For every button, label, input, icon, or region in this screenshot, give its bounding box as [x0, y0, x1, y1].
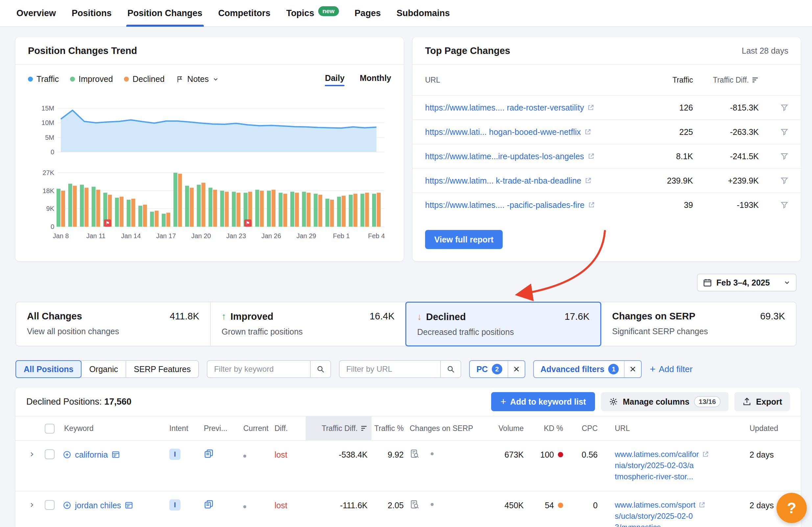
previous-serp-icon[interactable]	[204, 499, 214, 509]
tab-topics[interactable]: Topics new	[278, 0, 347, 26]
trend-card-title: Position Changes Trend	[28, 45, 137, 56]
svg-text:18K: 18K	[42, 187, 54, 195]
result-url-link[interactable]: www.latimes.com/califor nia/story/2025-0…	[601, 449, 750, 482]
pc-chip-close[interactable]	[508, 361, 525, 377]
url-search-button[interactable]	[440, 361, 461, 377]
filter-funnel-icon[interactable]	[759, 201, 788, 209]
date-range-picker[interactable]: Feb 3–4, 2025	[697, 274, 797, 291]
url-filter-input[interactable]	[339, 365, 440, 374]
serp-changes-icon[interactable]	[410, 449, 420, 459]
tab-monthly[interactable]: Monthly	[360, 73, 391, 85]
notes-dropdown[interactable]: Notes	[176, 74, 219, 84]
volume-value: 673K	[482, 449, 528, 460]
filter-funnel-icon[interactable]	[759, 128, 788, 136]
svg-text:Jan 8: Jan 8	[53, 232, 69, 240]
col-cpc[interactable]: CPC	[567, 424, 601, 433]
view-full-report-button[interactable]: View full report	[425, 230, 503, 249]
advanced-filters-label[interactable]: Advanced filters 1	[534, 364, 624, 374]
current-position-dot	[243, 505, 246, 508]
col-current[interactable]: Current	[243, 424, 275, 433]
legend-declined[interactable]: Declined	[124, 74, 164, 84]
filter-funnel-icon[interactable]	[759, 177, 788, 185]
tab-overview[interactable]: Overview	[9, 0, 64, 26]
col-traffic-pct[interactable]: Traffic %	[372, 424, 408, 433]
page-url-link[interactable]: https://www.latim... k-trade-at-nba-dead…	[425, 176, 644, 186]
tab-positions[interactable]: Positions	[64, 0, 120, 26]
expand-row-icon[interactable]	[22, 499, 42, 509]
manage-columns-button[interactable]: Manage columns 13/16	[601, 392, 728, 411]
tab-topics-label: Topics	[286, 8, 314, 18]
top-navigation: Overview Positions Position Changes Comp…	[0, 0, 812, 27]
filter-funnel-icon[interactable]	[759, 104, 788, 112]
result-url-link[interactable]: www.latimes.com/sport s/ucla/story/2025-…	[601, 499, 750, 527]
add-filter-label: Add filter	[659, 364, 693, 374]
advanced-filters-close[interactable]	[624, 361, 641, 377]
col-volume[interactable]: Volume	[482, 424, 528, 433]
previous-serp-icon[interactable]	[204, 449, 214, 459]
col-kd[interactable]: KD %	[528, 424, 567, 433]
add-keyword-icon[interactable]	[63, 450, 71, 459]
serp-changes-subtitle: Significant SERP changes	[612, 327, 785, 336]
legend-traffic[interactable]: Traffic	[28, 74, 59, 84]
tab-pages[interactable]: Pages	[347, 0, 389, 26]
keyword-link[interactable]: jordan chiles	[75, 499, 121, 511]
col-traffic-diff[interactable]: Traffic Diff.	[693, 76, 759, 85]
position-diff: lost	[275, 449, 306, 460]
col-traffic-diff[interactable]: Traffic Diff.	[306, 416, 372, 440]
kd-difficulty-dot	[558, 452, 563, 457]
card-improved[interactable]: ↑ Improved 16.4K Grown traffic positions	[210, 302, 406, 346]
col-intent[interactable]: Intent	[169, 424, 204, 433]
card-all-changes[interactable]: All Changes 411.8K View all position cha…	[15, 302, 211, 346]
col-url[interactable]: URL	[601, 424, 750, 433]
intent-badge[interactable]: I	[169, 449, 180, 460]
kd-difficulty-dot	[558, 503, 563, 508]
legend-declined-label: Declined	[132, 74, 164, 84]
col-previous[interactable]: Previ...	[204, 424, 243, 433]
page-url-link[interactable]: https://www.latime...ire-updates-los-ang…	[425, 152, 644, 161]
page-url-link[interactable]: https://www.lati... hogan-booed-wwe-netf…	[425, 127, 644, 137]
pc-chip-label[interactable]: PC 2	[470, 364, 508, 374]
legend-improved[interactable]: Improved	[70, 74, 113, 84]
serp-snapshot-icon[interactable]	[125, 501, 133, 510]
page-url-link[interactable]: https://www.latimes.... -pacific-palisad…	[425, 200, 644, 210]
add-to-keyword-list-button[interactable]: + Add to keyword list	[491, 392, 595, 411]
col-diff[interactable]: Diff.	[275, 424, 306, 433]
card-changes-on-serp[interactable]: Changes on SERP 69.3K Significant SERP c…	[600, 302, 797, 346]
top-page-row: https://www.lati... hogan-booed-wwe-netf…	[412, 119, 801, 144]
segment-all-positions[interactable]: All Positions	[15, 360, 82, 378]
table-toolbar: Declined Positions: 17,560 + Add to keyw…	[15, 387, 801, 416]
calendar-icon	[703, 278, 712, 287]
page-traffic-diff: -241.5K	[693, 152, 759, 161]
col-changes-on-serp[interactable]: Changes on SERP	[408, 424, 482, 433]
add-keyword-icon[interactable]	[63, 501, 71, 510]
col-keyword[interactable]: Keyword	[58, 424, 169, 433]
keyword-filter-input[interactable]	[207, 365, 310, 374]
expand-row-icon[interactable]	[22, 449, 42, 458]
page-traffic: 8.1K	[644, 152, 693, 161]
add-filter-button[interactable]: + Add filter	[650, 364, 692, 375]
keyword-link[interactable]: california	[75, 449, 108, 460]
advanced-filters-chip: Advanced filters 1	[533, 360, 642, 378]
tab-subdomains[interactable]: Subdomains	[389, 0, 458, 26]
segment-organic[interactable]: Organic	[81, 360, 126, 378]
tab-daily[interactable]: Daily	[325, 73, 345, 85]
svg-text:Feb 4: Feb 4	[368, 232, 385, 240]
tab-position-changes[interactable]: Position Changes	[120, 0, 211, 26]
filter-funnel-icon[interactable]	[759, 152, 788, 160]
select-all-checkbox[interactable]	[45, 424, 55, 433]
tab-competitors[interactable]: Competitors	[211, 0, 278, 26]
serp-changes-icon[interactable]	[410, 499, 420, 509]
export-button[interactable]: Export	[735, 392, 790, 411]
page-url-link[interactable]: https://www.latimes.... rade-roster-vers…	[425, 103, 644, 113]
row-checkbox[interactable]	[45, 500, 55, 510]
row-checkbox[interactable]	[45, 450, 55, 459]
intent-badge[interactable]: I	[169, 499, 180, 511]
col-updated[interactable]: Updated	[750, 424, 799, 433]
improved-subtitle: Grown traffic positions	[221, 327, 394, 337]
keyword-search-button[interactable]	[310, 361, 330, 377]
card-declined[interactable]: ↓ Declined 17.6K Decreased traffic posit…	[405, 302, 601, 346]
svg-text:Jan 23: Jan 23	[226, 232, 246, 240]
help-button[interactable]: ?	[777, 493, 807, 523]
serp-snapshot-icon[interactable]	[112, 450, 120, 459]
segment-serp-features[interactable]: SERP Features	[126, 360, 199, 378]
